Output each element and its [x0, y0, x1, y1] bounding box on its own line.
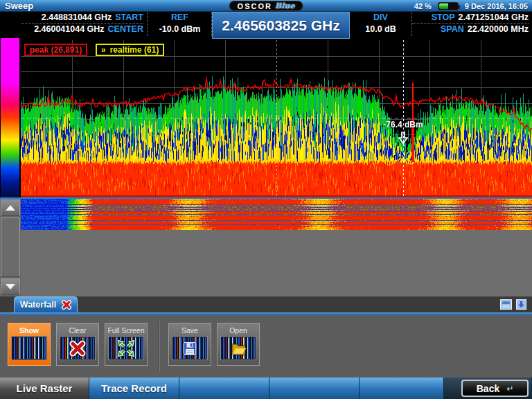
clear-button[interactable]: Clear: [56, 323, 99, 366]
scroll-up-button[interactable]: [1, 200, 20, 216]
clear-waterfall-icon: [60, 337, 95, 360]
div-label: DIV: [373, 12, 388, 24]
datetime: 9 Dec 2016, 16:05: [465, 2, 528, 10]
nav-empty-2[interactable]: [269, 378, 360, 399]
span-label: SPAN: [441, 24, 464, 35]
waterfall-control-panel: Show Clear Full Screen Save: [0, 315, 532, 378]
waterfall-scrollbar[interactable]: [0, 199, 21, 296]
waterfall-display[interactable]: [21, 199, 532, 230]
ref-label-row: REF: [148, 12, 211, 24]
scroll-down-button[interactable]: [1, 278, 20, 295]
ref-value: -10.0 dBm: [159, 24, 201, 35]
dock-down-icon[interactable]: [516, 299, 526, 310]
start-center-cell[interactable]: 2.448831044 GHz START 2.460041044 GHz CE…: [21, 12, 148, 36]
show-button-label: Show: [19, 326, 39, 335]
open-folder-icon: [221, 337, 256, 360]
center-label: CENTER: [108, 24, 143, 35]
button-group-separator: [159, 321, 159, 372]
restore-panel-icon[interactable]: [500, 299, 512, 310]
waterfall-thumbnail-icon: [12, 337, 46, 360]
start-value: 2.448831044 GHz: [42, 12, 112, 24]
tool-tab-bar: Waterfall: [0, 296, 532, 312]
marker-arrow-icon: [398, 132, 408, 147]
oscor-screen: Sweep OSCOR Blue 42 % 9 Dec 2016, 16:05 …: [0, 0, 532, 399]
nav-trace-record-label: Trace Record: [101, 382, 167, 394]
back-button[interactable]: Back ↵: [461, 380, 529, 397]
ref-cell[interactable]: REF -10.0 dBm: [148, 12, 212, 36]
arrow-up-icon: [6, 205, 15, 211]
full-screen-button-label: Full Screen: [107, 326, 144, 335]
spectrum-pane: peak (26,891) » realtime (61) -76.4 dBm: [0, 36, 532, 199]
bottom-nav-bar: Live Raster Trace Record: [0, 378, 532, 399]
title-bar: Sweep OSCOR Blue 42 % 9 Dec 2016, 16:05: [0, 0, 532, 12]
center-readout: 2.460041044 GHz CENTER: [21, 24, 143, 35]
realtime-trace-label: realtime (61): [110, 45, 159, 55]
amplitude-colorbar: [1, 38, 19, 197]
peak-trace-label: peak (26,891): [30, 45, 82, 55]
clear-button-label: Clear: [69, 326, 86, 335]
tab-close-icon[interactable]: [62, 300, 71, 310]
span-value: 22.420000 MHz: [468, 24, 529, 35]
nav-empty-1[interactable]: [179, 378, 269, 399]
start-readout: 2.448831044 GHz START: [21, 12, 143, 24]
logo-text-secondary: Blue: [275, 1, 294, 10]
nav-live-raster-label: Live Raster: [17, 382, 73, 394]
scrollbar-thumb[interactable]: [1, 218, 20, 277]
stop-value: 2.471251044 GHz: [459, 12, 529, 24]
panel-window-controls: [500, 299, 526, 310]
show-button[interactable]: Show: [8, 323, 51, 366]
trace-legend-realtime[interactable]: » realtime (61): [96, 44, 164, 56]
chevrons-icon: »: [101, 45, 106, 55]
full-screen-button[interactable]: Full Screen: [105, 323, 148, 366]
span-readout: SPAN 22.420000 MHz: [412, 24, 529, 35]
arrow-down-icon: [6, 284, 15, 290]
nav-empty-3[interactable]: [360, 378, 444, 399]
battery-percent: 42 %: [414, 2, 432, 10]
trace-legend-peak[interactable]: peak (26,891): [24, 44, 87, 56]
save-button[interactable]: Save: [168, 323, 211, 366]
open-button[interactable]: Open: [217, 323, 260, 366]
ref-label: REF: [171, 12, 188, 24]
save-floppy-icon: [172, 337, 207, 360]
oscor-blue-logo: OSCOR Blue: [229, 1, 303, 11]
marker-frequency-display[interactable]: 2.465603825 GHz: [212, 12, 350, 39]
stop-label: STOP: [432, 12, 455, 24]
back-button-label: Back: [477, 383, 499, 394]
save-button-label: Save: [181, 326, 198, 335]
div-label-row: DIV: [350, 12, 411, 24]
div-value: 10.0 dB: [365, 24, 396, 35]
marker-amplitude-label: -76.4 dBm: [375, 120, 431, 130]
open-button-label: Open: [229, 326, 247, 335]
tab-waterfall-label: Waterfall: [20, 300, 56, 310]
center-value: 2.460041044 GHz: [34, 24, 104, 35]
div-value-row: 10.0 dB: [350, 24, 411, 35]
div-cell[interactable]: DIV 10.0 dB: [350, 12, 412, 36]
stop-span-cell[interactable]: STOP 2.471251044 GHz SPAN 22.420000 MHz: [412, 12, 529, 36]
nav-trace-record[interactable]: Trace Record: [89, 378, 179, 399]
mode-title: Sweep: [0, 1, 33, 11]
logo-text-primary: OSCOR: [238, 2, 272, 10]
battery-fill: [439, 3, 448, 9]
start-label: START: [115, 12, 143, 24]
readout-row: 2.448831044 GHz START 2.460041044 GHz CE…: [0, 12, 532, 36]
battery-icon: [438, 2, 459, 10]
stop-readout: STOP 2.471251044 GHz: [412, 12, 529, 24]
tab-waterfall[interactable]: Waterfall: [14, 296, 78, 312]
waterfall-pane: [0, 197, 532, 296]
status-area: 42 % 9 Dec 2016, 16:05: [414, 0, 528, 12]
enter-arrow-icon: ↵: [506, 384, 513, 393]
nav-live-raster[interactable]: Live Raster: [0, 378, 89, 399]
full-screen-icon: [109, 337, 143, 360]
ref-value-row: -10.0 dBm: [148, 24, 211, 35]
battery-tip: [458, 5, 460, 9]
spectrum-display[interactable]: [21, 40, 532, 197]
